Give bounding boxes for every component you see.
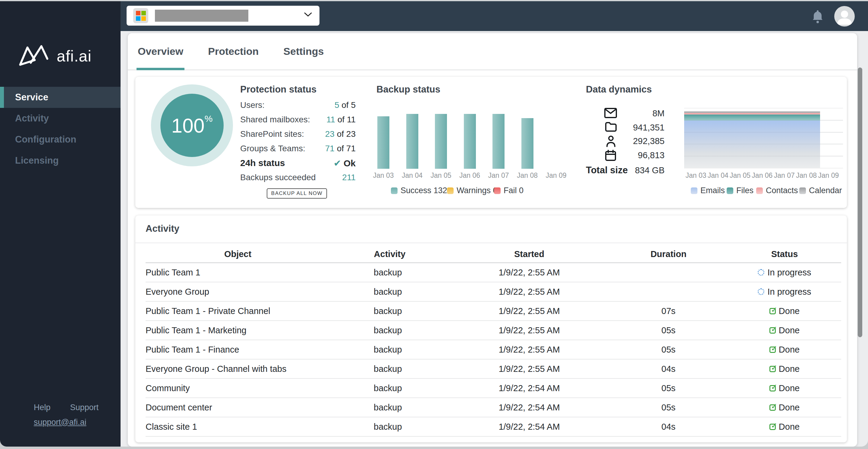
microsoft-logo-icon	[133, 8, 148, 23]
cell-activity: backup	[330, 403, 450, 413]
sidebar-item-service[interactable]: Service	[0, 87, 121, 108]
protection-row-shared-mailboxes: Shared mailboxes: 11 of 11	[240, 113, 355, 127]
cell-object: Everyone Group	[146, 287, 330, 297]
cell-activity: backup	[330, 306, 450, 316]
row-label: Users:	[240, 100, 265, 110]
x-tick-label: Jan 04	[398, 171, 427, 180]
legend-emails: Emails	[691, 186, 725, 195]
success-bar	[377, 116, 390, 169]
app-window: afi.ai Service Activity Configuration Li…	[0, 1, 868, 447]
cell-started: 1/9/22, 2:55 AM	[450, 267, 609, 278]
logo-text: afi.ai	[57, 47, 92, 65]
protection-percent-donut: 100%	[151, 84, 233, 166]
protection-status-title: Protection status	[240, 84, 316, 95]
cell-started: 1/9/22, 2:54 AM	[450, 422, 609, 432]
stat-value: 941,351	[616, 123, 664, 133]
status-text: Done	[779, 422, 800, 432]
chevron-down-icon	[304, 12, 312, 19]
col-header-status: Status	[728, 249, 841, 259]
tab-label: Overview	[138, 45, 183, 57]
sidebar-item-licensing[interactable]: Licensing	[0, 150, 121, 171]
activity-table-body: Public Team 1backup1/9/22, 2:55 AMIn pro…	[146, 263, 841, 437]
cell-object: Community	[146, 383, 330, 393]
legend-success: Success 1329	[391, 186, 452, 195]
success-bar	[406, 114, 418, 169]
cell-activity: backup	[330, 267, 450, 278]
files-swatch	[727, 187, 733, 194]
cell-started: 1/9/22, 2:55 AM	[450, 325, 609, 335]
done-check-icon: ✓	[770, 385, 776, 391]
tab-bar: Overview Protection Settings	[128, 33, 857, 70]
row-value: ✔Ok	[334, 158, 355, 168]
sidebar-item-label: Service	[15, 92, 48, 103]
files-band	[684, 115, 820, 121]
table-row: Everyone Groupbackup1/9/22, 2:55 AMIn pr…	[146, 282, 841, 302]
tab-settings[interactable]: Settings	[283, 33, 324, 70]
col-header-object: Object	[146, 249, 330, 259]
done-check-icon: ✓	[770, 405, 776, 411]
success-bar	[521, 118, 533, 169]
success-bar	[493, 114, 504, 169]
done-check-icon: ✓	[770, 308, 776, 314]
row-label: 24h status	[240, 158, 285, 168]
afi-logo: afi.ai	[18, 43, 92, 69]
status-text: In progress	[767, 267, 811, 278]
status-text: In progress	[767, 287, 811, 297]
support-email-link[interactable]: support@afi.ai	[0, 418, 121, 427]
check-icon: ✔	[334, 158, 341, 168]
sidebar-item-activity[interactable]: Activity	[0, 108, 121, 129]
table-row: Document centerbackup1/9/22, 2:54 AM05s✓…	[146, 398, 841, 417]
sidebar: afi.ai Service Activity Configuration Li…	[0, 1, 121, 447]
vertical-scrollbar-thumb[interactable]	[858, 67, 862, 337]
done-check-icon: ✓	[770, 366, 776, 372]
row-label: Shared mailboxes:	[240, 115, 310, 124]
data-dynamics-title: Data dynamics	[586, 84, 652, 95]
cell-object: Public Team 1	[146, 267, 330, 278]
tab-overview[interactable]: Overview	[138, 33, 183, 70]
gridline-overlay	[684, 156, 843, 156]
topbar	[121, 1, 868, 31]
in-progress-spinner-icon	[758, 288, 764, 295]
sidebar-item-label: Licensing	[15, 155, 59, 166]
table-row: Everyone Group - Channel with tabsbackup…	[146, 359, 841, 379]
cell-status: ✓Done	[728, 383, 841, 393]
cell-status: In progress	[728, 287, 841, 297]
backup-status-title: Backup status	[376, 84, 440, 95]
cell-object: Classic site 1	[146, 422, 330, 432]
sidebar-item-configuration[interactable]: Configuration	[0, 129, 121, 150]
cell-activity: backup	[330, 345, 450, 355]
row-value: 23 of 23	[325, 129, 355, 139]
table-row: Public Team 1 - Financebackup1/9/22, 2:5…	[146, 340, 841, 359]
row-label: SharePoint sites:	[240, 129, 304, 139]
tenant-selector-dropdown[interactable]	[127, 6, 319, 26]
cell-activity: backup	[330, 287, 450, 297]
cell-object: Document center	[146, 403, 330, 413]
backup-all-now-button[interactable]: BACKUP ALL NOW	[267, 188, 327, 199]
user-avatar[interactable]	[834, 6, 855, 27]
table-row: Public Team 1backup1/9/22, 2:55 AMIn pro…	[146, 263, 841, 282]
tab-protection[interactable]: Protection	[208, 33, 258, 70]
done-check-icon: ✓	[770, 424, 776, 430]
protection-rows: Users: 5 of 5 Shared mailboxes: 11 of 11…	[240, 98, 355, 185]
warnings-swatch	[447, 187, 454, 194]
gridline-overlay	[684, 144, 843, 145]
table-row: Communitybackup1/9/22, 2:54 AM05s✓Done	[146, 379, 841, 398]
x-tick-label: Jan 09	[814, 171, 843, 180]
support-link[interactable]: Support	[70, 403, 99, 412]
help-link[interactable]: Help	[34, 403, 51, 412]
row-value: 11 of 11	[327, 115, 355, 124]
cell-activity: backup	[330, 364, 450, 374]
stat-files: 941,351	[604, 122, 664, 134]
cell-started: 1/9/22, 2:55 AM	[450, 345, 609, 355]
activity-table-header: Object Activity Started Duration Status	[146, 246, 841, 263]
cell-duration: 05s	[609, 325, 728, 335]
sidebar-menu: Service Activity Configuration Licensing	[0, 87, 121, 171]
protection-percent-value: 100%	[172, 114, 213, 137]
notifications-bell-icon[interactable]	[811, 10, 824, 25]
success-bar	[435, 114, 447, 169]
row-label: Backups succeeded	[240, 173, 316, 182]
legend-fail: Fail 0	[494, 186, 524, 195]
success-swatch	[391, 187, 398, 194]
done-check-icon: ✓	[770, 347, 776, 353]
tenant-name-redacted	[155, 10, 248, 22]
